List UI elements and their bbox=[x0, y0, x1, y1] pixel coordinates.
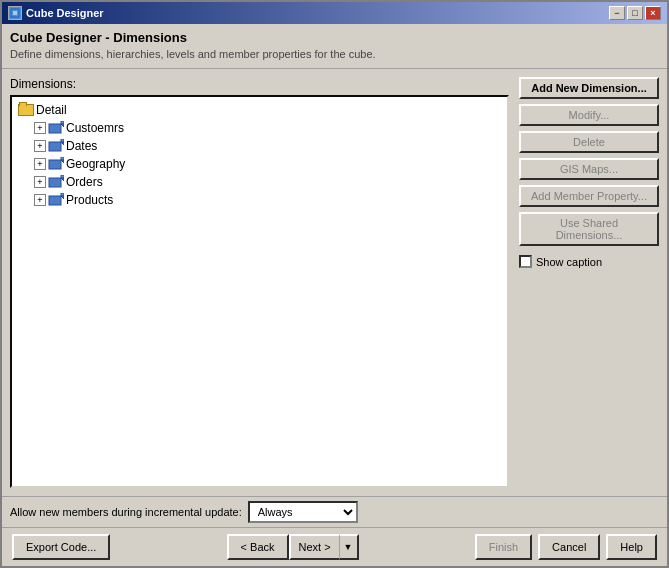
tree-label-dates: Dates bbox=[66, 138, 97, 154]
dim-icon-customers bbox=[48, 121, 64, 135]
dimensions-label: Dimensions: bbox=[10, 77, 509, 91]
incremental-update-bar: Allow new members during incremental upd… bbox=[2, 496, 667, 527]
svg-rect-5 bbox=[49, 142, 61, 151]
footer-center: < Back Next > ▼ bbox=[227, 534, 359, 560]
finish-button[interactable]: Finish bbox=[475, 534, 532, 560]
title-bar-left: Cube Designer bbox=[8, 6, 104, 20]
main-panel: Dimensions: Detail + bbox=[2, 69, 667, 496]
svg-rect-11 bbox=[49, 178, 61, 187]
svg-rect-14 bbox=[49, 196, 61, 205]
use-shared-dimensions-button[interactable]: Use Shared Dimensions... bbox=[519, 212, 659, 246]
show-caption-checkbox[interactable] bbox=[519, 255, 532, 268]
expand-icon-orders[interactable]: + bbox=[34, 176, 46, 188]
svg-rect-2 bbox=[49, 124, 61, 133]
expand-icon-customers[interactable]: + bbox=[34, 122, 46, 134]
page-subtitle: Define dimensions, hierarchies, levels a… bbox=[10, 48, 659, 60]
dim-icon-products bbox=[48, 193, 64, 207]
svg-rect-1 bbox=[13, 11, 17, 15]
next-dropdown-arrow[interactable]: ▼ bbox=[339, 534, 359, 560]
tree-label-detail: Detail bbox=[36, 102, 67, 118]
show-caption-label: Show caption bbox=[536, 256, 602, 268]
main-window: Cube Designer − □ × Cube Designer - Dime… bbox=[0, 0, 669, 568]
maximize-button[interactable]: □ bbox=[627, 6, 643, 20]
minimize-button[interactable]: − bbox=[609, 6, 625, 20]
dim-icon-orders bbox=[48, 175, 64, 189]
title-bar: Cube Designer − □ × bbox=[2, 2, 667, 24]
delete-button[interactable]: Delete bbox=[519, 131, 659, 153]
tree-item-detail[interactable]: Detail bbox=[16, 101, 503, 119]
incremental-update-dropdown[interactable]: Always Never Ask bbox=[248, 501, 358, 523]
dim-icon-geography bbox=[48, 157, 64, 171]
expand-icon-products[interactable]: + bbox=[34, 194, 46, 206]
expand-icon-dates[interactable]: + bbox=[34, 140, 46, 152]
next-button[interactable]: Next > bbox=[289, 534, 339, 560]
tree-item-orders[interactable]: + Orders bbox=[32, 173, 503, 191]
modify-button[interactable]: Modify... bbox=[519, 104, 659, 126]
tree-label-geography: Geography bbox=[66, 156, 125, 172]
footer-left: Export Code... bbox=[12, 534, 110, 560]
footer-right: Finish Cancel Help bbox=[475, 534, 657, 560]
footer-bar: Export Code... < Back Next > ▼ Finish Ca… bbox=[2, 527, 667, 566]
svg-rect-8 bbox=[49, 160, 61, 169]
tree-label-orders: Orders bbox=[66, 174, 103, 190]
close-button[interactable]: × bbox=[645, 6, 661, 20]
dim-icon-dates bbox=[48, 139, 64, 153]
add-member-property-button[interactable]: Add Member Property... bbox=[519, 185, 659, 207]
title-bar-text: Cube Designer bbox=[26, 7, 104, 19]
tree-item-products[interactable]: + Products bbox=[32, 191, 503, 209]
title-bar-controls: − □ × bbox=[609, 6, 661, 20]
folder-icon-detail bbox=[18, 104, 34, 116]
dimensions-tree[interactable]: Detail + Custoemrs bbox=[10, 95, 509, 488]
tree-item-dates[interactable]: + Dates bbox=[32, 137, 503, 155]
right-panel: Add New Dimension... Modify... Delete GI… bbox=[519, 77, 659, 488]
page-title: Cube Designer - Dimensions bbox=[10, 30, 659, 45]
incremental-dropdown-container: Always Never Ask bbox=[248, 501, 358, 523]
show-caption-row: Show caption bbox=[519, 255, 659, 268]
gis-maps-button[interactable]: GIS Maps... bbox=[519, 158, 659, 180]
export-code-button[interactable]: Export Code... bbox=[12, 534, 110, 560]
help-button[interactable]: Help bbox=[606, 534, 657, 560]
incremental-update-label: Allow new members during incremental upd… bbox=[10, 506, 242, 518]
tree-label-products: Products bbox=[66, 192, 113, 208]
tree-label-customers: Custoemrs bbox=[66, 120, 124, 136]
app-icon bbox=[8, 6, 22, 20]
left-panel: Dimensions: Detail + bbox=[10, 77, 509, 488]
add-new-dimension-button[interactable]: Add New Dimension... bbox=[519, 77, 659, 99]
back-button[interactable]: < Back bbox=[227, 534, 289, 560]
tree-item-customers[interactable]: + Custoemrs bbox=[32, 119, 503, 137]
tree-children: + Custoemrs + bbox=[32, 119, 503, 209]
tree-item-geography[interactable]: + Geography bbox=[32, 155, 503, 173]
expand-icon-geography[interactable]: + bbox=[34, 158, 46, 170]
cancel-button[interactable]: Cancel bbox=[538, 534, 600, 560]
header-section: Cube Designer - Dimensions Define dimens… bbox=[2, 24, 667, 69]
